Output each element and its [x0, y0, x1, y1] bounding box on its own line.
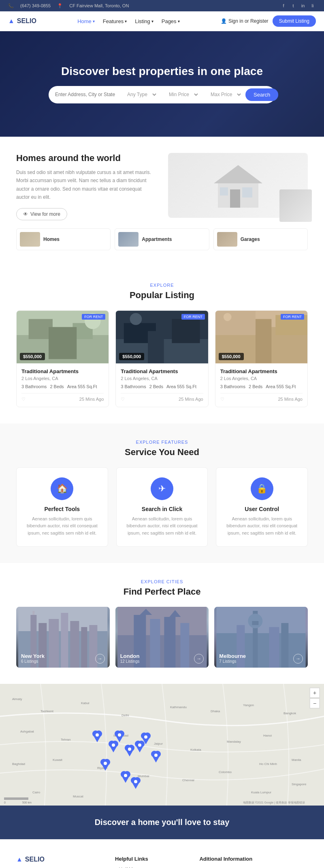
popular-section-title: Popular Listing — [16, 290, 308, 301]
svg-text:Bangkok: Bangkok — [284, 711, 296, 715]
category-garages[interactable]: Garages — [213, 228, 308, 250]
services-grid: 🏠 Perfect Tools Aenean sollicitudin, lor… — [16, 467, 308, 547]
svg-point-82 — [138, 743, 141, 747]
category-apartments-label: Appartments — [142, 236, 172, 242]
category-homes-label: Homes — [43, 236, 60, 242]
homes-image-area — [168, 153, 308, 218]
place-melb-info: Melbourne 7 Listings — [219, 653, 246, 664]
user-icon: 👤 — [221, 18, 227, 24]
phone-number: (647) 349-0855 — [20, 3, 51, 8]
nav-features-label: Features — [103, 18, 124, 24]
places-label: Explore Cities — [16, 579, 308, 584]
homes-description: Duis sed odio sit amet nibh vulputate cu… — [16, 168, 156, 202]
nav-pages-chevron: ▾ — [178, 19, 180, 24]
listing-body-3: Traditional Apartments 2 Los Angeles, CA… — [215, 363, 307, 407]
listing-baths-1: 3 Bathrooms — [21, 384, 47, 389]
svg-point-79 — [112, 743, 115, 747]
listing-area-3: Area 555 Sq.Ft — [266, 384, 296, 389]
search-address-input[interactable] — [55, 92, 116, 97]
listing-time-2: 25 Mins Ago — [179, 397, 203, 402]
place-london[interactable]: London 12 Listings → — [115, 607, 209, 668]
home-tool-icon: 🏠 — [57, 483, 68, 494]
facebook-icon[interactable]: f — [280, 2, 287, 9]
svg-point-84 — [104, 762, 107, 765]
nav-listing[interactable]: Listing ▾ — [135, 18, 153, 24]
place-london-info: London 12 Listings — [120, 653, 140, 664]
view-more-button[interactable]: 👁 View for more — [16, 208, 67, 220]
svg-text:Ho Chi Minh: Ho Chi Minh — [259, 762, 277, 766]
topbar-social: f t in li — [280, 2, 316, 9]
view-btn-label: View for more — [30, 211, 60, 217]
nav-pages[interactable]: Pages ▾ — [162, 18, 180, 24]
svg-text:0: 0 — [4, 801, 6, 804]
svg-rect-38 — [180, 623, 189, 668]
svg-text:Baghdad: Baghdad — [12, 762, 25, 766]
svg-rect-32 — [32, 611, 34, 615]
listing-name-2: Traditional Apartments — [121, 368, 203, 374]
listing-beds-3: 2 Beds — [249, 384, 262, 389]
search-button[interactable]: Search — [245, 88, 278, 101]
eye-icon: 👁 — [23, 211, 28, 217]
listing-time-1: 25 Mins Ago — [79, 397, 104, 402]
footer-logo-column: ▲ SELIO — [16, 856, 103, 868]
place-melb-name: Melbourne — [219, 653, 246, 659]
listing-price-1: $550,000 — [20, 353, 45, 360]
nav-pages-label: Pages — [162, 18, 177, 24]
submit-listing-button[interactable]: Submit Listing — [273, 15, 316, 27]
place-ny-arrow[interactable]: → — [95, 654, 105, 664]
services-title: Service You Need — [16, 447, 308, 458]
svg-text:−: − — [313, 700, 316, 707]
nav-home-chevron: ▾ — [93, 19, 95, 24]
listing-time-3: 25 Mins Ago — [278, 397, 303, 402]
service-icon-wrap-1: 🏠 — [51, 477, 73, 500]
place-melbourne[interactable]: Melbourne 7 Listings → — [214, 607, 308, 668]
svg-rect-15 — [148, 331, 164, 363]
service-icon-wrap-3: 🔒 — [251, 477, 273, 500]
svg-point-80 — [118, 733, 121, 737]
place-new-york[interactable]: New York 6 Listings → — [16, 607, 110, 668]
category-homes[interactable]: Homes — [16, 228, 111, 250]
popular-section-label: Explore — [16, 283, 308, 288]
linkedin-icon[interactable]: li — [309, 2, 316, 9]
heart-icon-3[interactable]: ♡ — [220, 397, 224, 402]
signin-button[interactable]: 👤 Sign in or Register — [221, 18, 269, 24]
svg-point-87 — [154, 754, 158, 757]
places-title: Find Perfect Place — [16, 587, 308, 597]
listing-meta-2: 3 Bathrooms 2 Beds Area 555 Sq.Ft — [121, 384, 203, 389]
svg-rect-4 — [220, 187, 228, 196]
svg-rect-20 — [215, 311, 256, 335]
search-minprice-select[interactable]: Min Price — [164, 91, 199, 98]
listing-card-3: $550,000 For Rent Traditional Apartments… — [215, 310, 308, 407]
nav-actions: 👤 Sign in or Register Submit Listing — [221, 15, 316, 27]
svg-rect-14 — [172, 319, 200, 343]
svg-point-78 — [96, 733, 99, 737]
search-bar: Any Type Min Price Max Price Search — [49, 86, 275, 103]
homes-text: Homes around the world Duis sed odio sit… — [16, 153, 156, 220]
search-maxprice-select[interactable]: Max Price — [206, 91, 242, 98]
svg-point-83 — [144, 735, 147, 739]
place-melb-count: 7 Listings — [219, 659, 246, 664]
signin-label: Sign in or Register — [228, 18, 269, 24]
nav-home[interactable]: Home ▾ — [77, 18, 95, 24]
listing-img-3: $550,000 For Rent — [215, 311, 307, 363]
hero-content: Discover best properties in one place An… — [0, 65, 324, 103]
svg-text:Tehran: Tehran — [61, 738, 70, 741]
search-type-select[interactable]: Any Type — [122, 91, 158, 98]
svg-text:Ashgabat: Ashgabat — [20, 730, 34, 733]
heart-icon-2[interactable]: ♡ — [121, 397, 125, 402]
category-apartments[interactable]: Appartments — [115, 228, 209, 250]
site-logo[interactable]: ▲ SELIO — [8, 17, 36, 25]
footer-logo: ▲ SELIO — [16, 856, 103, 863]
user-control-icon: 🔒 — [256, 483, 267, 494]
twitter-icon[interactable]: t — [290, 2, 296, 9]
svg-text:Mumbai: Mumbai — [138, 774, 149, 778]
listing-sub-2: 2 Los Angeles, CA — [121, 376, 203, 381]
place-ny-name: New York — [21, 653, 45, 659]
listing-badge-1: For Rent — [82, 314, 105, 320]
nav-features[interactable]: Features ▾ — [103, 18, 127, 24]
instagram-icon[interactable]: in — [300, 2, 306, 9]
svg-text:Kuala Lumpur: Kuala Lumpur — [251, 791, 271, 794]
heart-icon-1[interactable]: ♡ — [21, 397, 26, 402]
svg-rect-29 — [70, 621, 79, 668]
topbar: 📞 (647) 349-0855 📍 CF Fairview Mall, Tor… — [0, 0, 324, 11]
